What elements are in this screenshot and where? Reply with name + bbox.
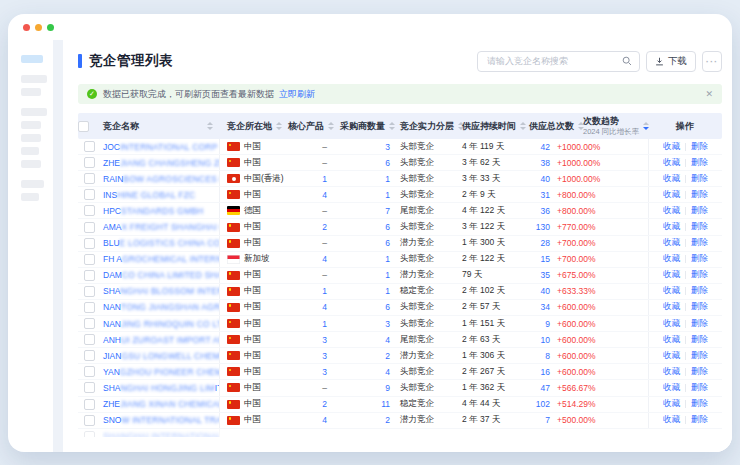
search-input[interactable] (485, 55, 622, 67)
buyers-count-link[interactable]: 2 (335, 348, 395, 363)
delete-link[interactable]: 删除 (691, 253, 708, 265)
delete-link[interactable]: 删除 (691, 414, 708, 426)
company-name-link[interactable]: RAINBOW AGROSCIENCES PTE CO ... (102, 171, 220, 186)
buyers-count-link[interactable]: 11 (335, 397, 395, 412)
company-name-link[interactable]: SHANGHAI BLOSSOM INTERNATIO... (102, 284, 220, 299)
company-name-link[interactable]: AMAX FREIGHT SHANGHAI CO LTD (102, 219, 220, 234)
row-checkbox[interactable] (84, 302, 95, 313)
row-checkbox[interactable] (84, 399, 95, 410)
favorite-link[interactable]: 收藏 (663, 237, 680, 249)
supply-total-link[interactable]: 130 (523, 219, 553, 234)
buyers-count-link[interactable]: 3 (335, 316, 395, 331)
favorite-link[interactable]: 收藏 (663, 269, 680, 281)
favorite-link[interactable]: 收藏 (663, 398, 680, 410)
sort-icon[interactable] (328, 122, 334, 130)
buyers-count-link[interactable]: 4 (335, 332, 395, 347)
favorite-link[interactable]: 收藏 (663, 253, 680, 265)
supply-total-link[interactable]: 10 (523, 332, 553, 347)
minimize-window-icon[interactable] (35, 24, 42, 31)
search-box[interactable] (477, 51, 640, 72)
row-checkbox[interactable] (84, 318, 95, 329)
favorite-link[interactable]: 收藏 (663, 205, 680, 217)
buyers-count-link[interactable]: 2 (335, 413, 395, 428)
supply-total-link[interactable]: 15 (523, 252, 553, 267)
buyers-count-link[interactable]: 6 (335, 300, 395, 315)
delete-link[interactable]: 删除 (691, 382, 708, 394)
buyers-count-link[interactable]: 4 (335, 364, 395, 379)
sort-icon[interactable] (276, 122, 282, 130)
supply-total-link[interactable]: 8 (523, 348, 553, 363)
supply-total-link[interactable]: 36 (523, 203, 553, 218)
row-checkbox[interactable] (84, 382, 95, 393)
delete-link[interactable]: 删除 (691, 141, 708, 153)
delete-link[interactable]: 删除 (691, 285, 708, 297)
row-checkbox[interactable] (84, 222, 95, 233)
company-name-link[interactable]: HPC STANDARDS GMBH (102, 203, 220, 218)
company-name-link[interactable]: SHANGHAI INTERNATIONAL (102, 429, 220, 437)
company-name-link[interactable]: ZHEJIANG CHANGSHENG ZHENGSH... (102, 155, 220, 170)
buyers-count-link[interactable]: 6 (335, 155, 395, 170)
company-name-link[interactable]: YANGZHOU PIONEER CHEMICAL ... (102, 364, 220, 379)
favorite-link[interactable]: 收藏 (663, 141, 680, 153)
favorite-link[interactable]: 收藏 (663, 334, 680, 346)
supply-total-link[interactable]: 9 (523, 316, 553, 331)
row-checkbox[interactable] (84, 205, 95, 216)
delete-link[interactable]: 删除 (691, 350, 708, 362)
buyers-count-link[interactable]: 1 (335, 171, 395, 186)
buyers-count-link[interactable]: 6 (335, 236, 395, 251)
row-checkbox[interactable] (84, 334, 95, 345)
sort-icon[interactable] (578, 122, 584, 130)
sort-icon[interactable] (207, 122, 213, 130)
buyers-count-link[interactable]: 9 (335, 380, 395, 395)
supply-total-link[interactable]: 31 (523, 187, 553, 202)
row-checkbox[interactable] (84, 141, 95, 152)
favorite-link[interactable]: 收藏 (663, 221, 680, 233)
delete-link[interactable]: 删除 (691, 301, 708, 313)
supply-total-link[interactable]: 7 (523, 413, 553, 428)
company-name-link[interactable]: NANJING RHINOQUIN CO LTD (102, 316, 220, 331)
row-checkbox[interactable] (84, 270, 95, 281)
banner-close-icon[interactable]: ✕ (705, 89, 713, 99)
supply-total-link[interactable]: 47 (523, 380, 553, 395)
delete-link[interactable]: 删除 (691, 221, 708, 233)
delete-link[interactable]: 删除 (691, 366, 708, 378)
row-checkbox[interactable] (84, 415, 95, 426)
supply-total-link[interactable]: 38 (523, 155, 553, 170)
supply-total-link[interactable]: 42 (523, 139, 553, 154)
company-name-link[interactable]: INSHINE GLOBAL FZC (102, 187, 220, 202)
buyers-count-link[interactable]: 7 (335, 203, 395, 218)
delete-link[interactable]: 删除 (691, 173, 708, 185)
buyers-count-link[interactable] (335, 429, 395, 437)
favorite-link[interactable]: 收藏 (663, 157, 680, 169)
delete-link[interactable]: 删除 (691, 189, 708, 201)
company-name-link[interactable]: NANTONG JIANGSHAN AGROCHE... (102, 300, 220, 315)
buyers-count-link[interactable]: 1 (335, 284, 395, 299)
supply-total-link[interactable]: 34 (523, 300, 553, 315)
supply-total-link[interactable]: 102 (523, 397, 553, 412)
buyers-count-link[interactable]: 1 (335, 187, 395, 202)
delete-link[interactable]: 删除 (691, 157, 708, 169)
company-name-link[interactable]: JIANGSU LONGWELL CHEMICAL ... (102, 348, 220, 363)
favorite-link[interactable]: 收藏 (663, 382, 680, 394)
row-checkbox[interactable] (84, 238, 95, 249)
favorite-link[interactable]: 收藏 (663, 173, 680, 185)
company-name-link[interactable]: SHANGHAI HONGJING LIMITSTI... (102, 380, 220, 395)
delete-link[interactable]: 删除 (691, 205, 708, 217)
row-checkbox[interactable] (84, 157, 95, 168)
favorite-link[interactable]: 收藏 (663, 414, 680, 426)
row-checkbox[interactable] (84, 366, 95, 377)
maximize-window-icon[interactable] (47, 24, 54, 31)
supply-total-link[interactable] (523, 429, 553, 437)
buyers-count-link[interactable]: 6 (335, 219, 395, 234)
favorite-link[interactable]: 收藏 (663, 285, 680, 297)
company-name-link[interactable]: DAMCO CHINA LIMITED SHANGHA... (102, 268, 220, 283)
supply-total-link[interactable]: 16 (523, 364, 553, 379)
delete-link[interactable]: 删除 (691, 269, 708, 281)
refresh-now-link[interactable]: 立即刷新 (279, 88, 315, 101)
company-name-link[interactable]: ANHUI ZUROAST IMPORT AND EXP... (102, 332, 220, 347)
company-name-link[interactable]: SNOW INTERNATIONAL TRAXING ... (102, 413, 220, 428)
supply-total-link[interactable]: 40 (523, 171, 553, 186)
supply-total-link[interactable]: 28 (523, 236, 553, 251)
download-button[interactable]: 下载 (646, 51, 696, 72)
supply-total-link[interactable]: 40 (523, 284, 553, 299)
